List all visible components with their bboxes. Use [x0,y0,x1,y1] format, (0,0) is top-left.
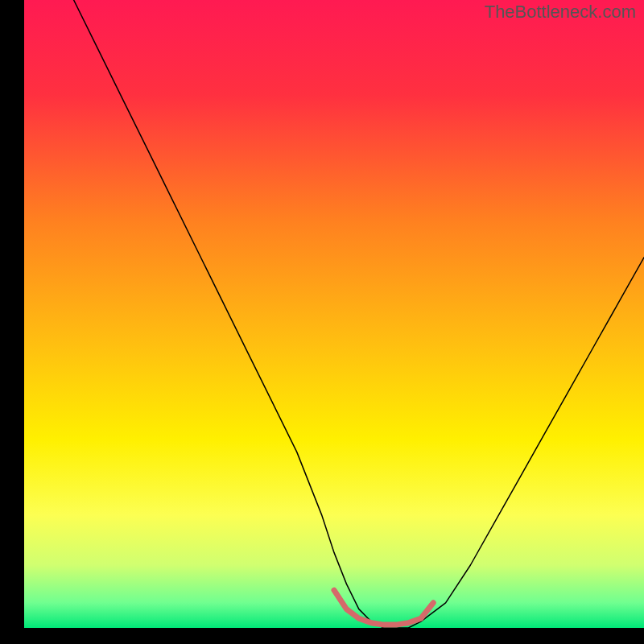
watermark-text: TheBottleneck.com [485,2,636,23]
chart-canvas [0,0,644,644]
svg-rect-3 [0,628,644,644]
bottleneck-chart [0,0,644,644]
svg-rect-2 [0,0,24,644]
svg-rect-1 [24,0,644,628]
